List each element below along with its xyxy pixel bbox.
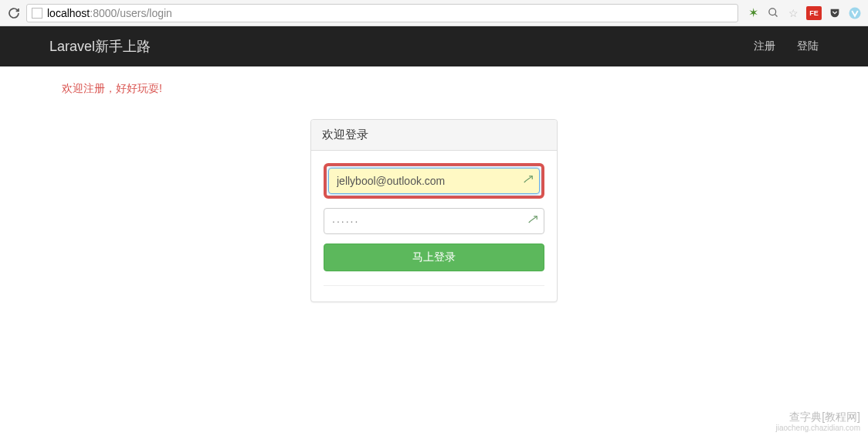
fe-extension-icon[interactable]: FE [806, 6, 822, 20]
watermark: 查字典[教程网] jiaocheng.chazidian.com [775, 410, 860, 433]
password-input-wrap [324, 208, 544, 234]
email-highlight-border [324, 163, 544, 199]
url-text: localhost:8000/users/login [47, 7, 172, 19]
login-panel-body: 马上登录 [311, 151, 557, 301]
refresh-icon[interactable] [6, 5, 22, 21]
page-body: 欢迎注册，好好玩耍! 欢迎登录 马上登录 [0, 66, 868, 318]
extension-icons: ✶ ☆ FE [746, 6, 862, 20]
page-icon [32, 8, 42, 19]
svg-point-0 [768, 9, 775, 15]
bookmark-star-icon[interactable]: ☆ [786, 6, 800, 20]
navbar: Laravel新手上路 注册 登陆 [0, 26, 868, 66]
navbar-brand[interactable]: Laravel新手上路 [49, 37, 151, 56]
email-input[interactable] [328, 168, 540, 194]
login-panel: 欢迎登录 马上登录 [310, 119, 558, 302]
login-submit-button[interactable]: 马上登录 [324, 244, 544, 271]
v-extension-icon[interactable] [848, 6, 862, 20]
flash-message: 欢迎注册，好好玩耍! [62, 82, 806, 96]
panel-divider [324, 285, 544, 286]
pocket-icon[interactable] [828, 6, 842, 20]
dashlane-icon[interactable] [527, 215, 538, 228]
navbar-right: 注册 登陆 [754, 39, 819, 53]
dashlane-icon[interactable] [523, 175, 534, 188]
svg-line-1 [775, 14, 777, 16]
watermark-line1: 查字典[教程网] [775, 410, 860, 424]
browser-chrome: localhost:8000/users/login ✶ ☆ FE [0, 0, 868, 26]
bug-icon[interactable]: ✶ [746, 6, 760, 20]
nav-login-link[interactable]: 登陆 [797, 39, 819, 53]
password-input[interactable] [324, 208, 544, 234]
watermark-line2: jiaocheng.chazidian.com [775, 424, 860, 433]
email-input-wrap [328, 168, 540, 194]
zoom-icon[interactable] [766, 6, 780, 20]
nav-register-link[interactable]: 注册 [754, 39, 775, 53]
login-panel-title: 欢迎登录 [311, 120, 557, 151]
url-bar[interactable]: localhost:8000/users/login [26, 4, 738, 22]
